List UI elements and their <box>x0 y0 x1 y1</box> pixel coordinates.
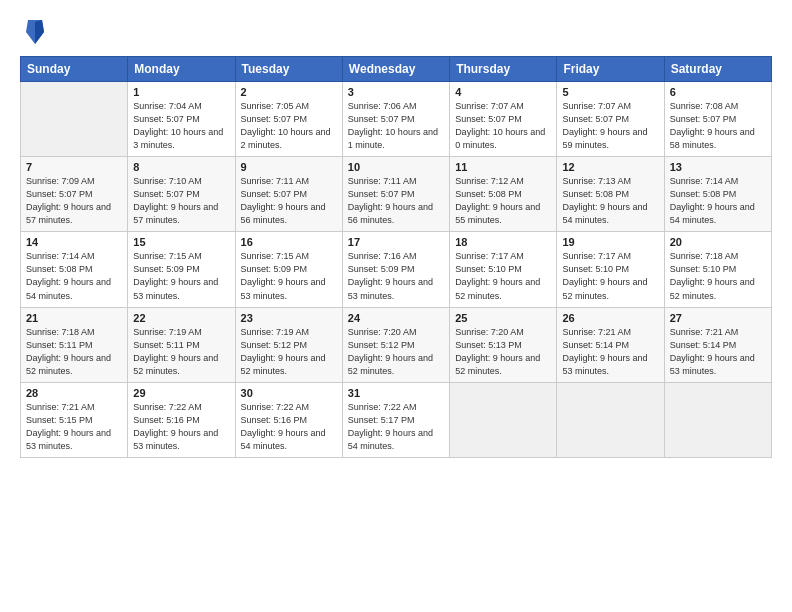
week-row-3: 14 Sunrise: 7:14 AMSunset: 5:08 PMDaylig… <box>21 232 772 307</box>
day-number: 7 <box>26 161 122 173</box>
day-number: 24 <box>348 312 444 324</box>
day-cell: 3 Sunrise: 7:06 AMSunset: 5:07 PMDayligh… <box>342 82 449 157</box>
day-cell: 2 Sunrise: 7:05 AMSunset: 5:07 PMDayligh… <box>235 82 342 157</box>
day-info: Sunrise: 7:22 AMSunset: 5:17 PMDaylight:… <box>348 401 444 453</box>
day-info: Sunrise: 7:12 AMSunset: 5:08 PMDaylight:… <box>455 175 551 227</box>
day-cell: 27 Sunrise: 7:21 AMSunset: 5:14 PMDaylig… <box>664 307 771 382</box>
day-number: 11 <box>455 161 551 173</box>
day-cell: 31 Sunrise: 7:22 AMSunset: 5:17 PMDaylig… <box>342 382 449 457</box>
day-number: 22 <box>133 312 229 324</box>
day-info: Sunrise: 7:11 AMSunset: 5:07 PMDaylight:… <box>241 175 337 227</box>
day-info: Sunrise: 7:08 AMSunset: 5:07 PMDaylight:… <box>670 100 766 152</box>
day-info: Sunrise: 7:17 AMSunset: 5:10 PMDaylight:… <box>455 250 551 302</box>
day-number: 18 <box>455 236 551 248</box>
day-cell: 13 Sunrise: 7:14 AMSunset: 5:08 PMDaylig… <box>664 157 771 232</box>
day-cell: 4 Sunrise: 7:07 AMSunset: 5:07 PMDayligh… <box>450 82 557 157</box>
day-cell: 15 Sunrise: 7:15 AMSunset: 5:09 PMDaylig… <box>128 232 235 307</box>
day-info: Sunrise: 7:22 AMSunset: 5:16 PMDaylight:… <box>133 401 229 453</box>
svg-marker-1 <box>35 20 44 44</box>
day-number: 30 <box>241 387 337 399</box>
logo <box>20 18 46 46</box>
day-number: 5 <box>562 86 658 98</box>
day-number: 10 <box>348 161 444 173</box>
day-cell: 14 Sunrise: 7:14 AMSunset: 5:08 PMDaylig… <box>21 232 128 307</box>
day-info: Sunrise: 7:19 AMSunset: 5:11 PMDaylight:… <box>133 326 229 378</box>
weekday-header-sunday: Sunday <box>21 57 128 82</box>
day-number: 3 <box>348 86 444 98</box>
day-info: Sunrise: 7:16 AMSunset: 5:09 PMDaylight:… <box>348 250 444 302</box>
day-number: 12 <box>562 161 658 173</box>
day-cell: 18 Sunrise: 7:17 AMSunset: 5:10 PMDaylig… <box>450 232 557 307</box>
weekday-header-thursday: Thursday <box>450 57 557 82</box>
day-cell: 16 Sunrise: 7:15 AMSunset: 5:09 PMDaylig… <box>235 232 342 307</box>
day-info: Sunrise: 7:04 AMSunset: 5:07 PMDaylight:… <box>133 100 229 152</box>
weekday-header-saturday: Saturday <box>664 57 771 82</box>
day-cell: 28 Sunrise: 7:21 AMSunset: 5:15 PMDaylig… <box>21 382 128 457</box>
day-cell: 8 Sunrise: 7:10 AMSunset: 5:07 PMDayligh… <box>128 157 235 232</box>
day-number: 19 <box>562 236 658 248</box>
day-info: Sunrise: 7:14 AMSunset: 5:08 PMDaylight:… <box>26 250 122 302</box>
day-number: 21 <box>26 312 122 324</box>
day-cell: 9 Sunrise: 7:11 AMSunset: 5:07 PMDayligh… <box>235 157 342 232</box>
day-info: Sunrise: 7:13 AMSunset: 5:08 PMDaylight:… <box>562 175 658 227</box>
header-area <box>20 18 772 46</box>
day-cell: 25 Sunrise: 7:20 AMSunset: 5:13 PMDaylig… <box>450 307 557 382</box>
day-number: 17 <box>348 236 444 248</box>
day-info: Sunrise: 7:11 AMSunset: 5:07 PMDaylight:… <box>348 175 444 227</box>
day-info: Sunrise: 7:21 AMSunset: 5:14 PMDaylight:… <box>562 326 658 378</box>
day-number: 31 <box>348 387 444 399</box>
week-row-5: 28 Sunrise: 7:21 AMSunset: 5:15 PMDaylig… <box>21 382 772 457</box>
day-cell: 11 Sunrise: 7:12 AMSunset: 5:08 PMDaylig… <box>450 157 557 232</box>
day-number: 16 <box>241 236 337 248</box>
day-number: 1 <box>133 86 229 98</box>
day-number: 2 <box>241 86 337 98</box>
day-cell: 6 Sunrise: 7:08 AMSunset: 5:07 PMDayligh… <box>664 82 771 157</box>
day-cell: 7 Sunrise: 7:09 AMSunset: 5:07 PMDayligh… <box>21 157 128 232</box>
day-cell <box>664 382 771 457</box>
day-info: Sunrise: 7:21 AMSunset: 5:14 PMDaylight:… <box>670 326 766 378</box>
day-cell: 24 Sunrise: 7:20 AMSunset: 5:12 PMDaylig… <box>342 307 449 382</box>
day-info: Sunrise: 7:15 AMSunset: 5:09 PMDaylight:… <box>241 250 337 302</box>
day-number: 23 <box>241 312 337 324</box>
week-row-2: 7 Sunrise: 7:09 AMSunset: 5:07 PMDayligh… <box>21 157 772 232</box>
page: SundayMondayTuesdayWednesdayThursdayFrid… <box>0 0 792 612</box>
day-cell: 20 Sunrise: 7:18 AMSunset: 5:10 PMDaylig… <box>664 232 771 307</box>
day-cell: 29 Sunrise: 7:22 AMSunset: 5:16 PMDaylig… <box>128 382 235 457</box>
day-cell <box>450 382 557 457</box>
day-cell <box>21 82 128 157</box>
day-number: 29 <box>133 387 229 399</box>
day-info: Sunrise: 7:21 AMSunset: 5:15 PMDaylight:… <box>26 401 122 453</box>
day-number: 6 <box>670 86 766 98</box>
day-info: Sunrise: 7:22 AMSunset: 5:16 PMDaylight:… <box>241 401 337 453</box>
day-info: Sunrise: 7:15 AMSunset: 5:09 PMDaylight:… <box>133 250 229 302</box>
day-cell: 10 Sunrise: 7:11 AMSunset: 5:07 PMDaylig… <box>342 157 449 232</box>
day-cell: 21 Sunrise: 7:18 AMSunset: 5:11 PMDaylig… <box>21 307 128 382</box>
weekday-header-monday: Monday <box>128 57 235 82</box>
day-info: Sunrise: 7:07 AMSunset: 5:07 PMDaylight:… <box>562 100 658 152</box>
day-number: 25 <box>455 312 551 324</box>
day-info: Sunrise: 7:18 AMSunset: 5:11 PMDaylight:… <box>26 326 122 378</box>
day-cell: 1 Sunrise: 7:04 AMSunset: 5:07 PMDayligh… <box>128 82 235 157</box>
day-info: Sunrise: 7:20 AMSunset: 5:12 PMDaylight:… <box>348 326 444 378</box>
day-cell: 30 Sunrise: 7:22 AMSunset: 5:16 PMDaylig… <box>235 382 342 457</box>
calendar: SundayMondayTuesdayWednesdayThursdayFrid… <box>20 56 772 458</box>
day-info: Sunrise: 7:19 AMSunset: 5:12 PMDaylight:… <box>241 326 337 378</box>
day-number: 14 <box>26 236 122 248</box>
day-cell: 12 Sunrise: 7:13 AMSunset: 5:08 PMDaylig… <box>557 157 664 232</box>
day-cell: 26 Sunrise: 7:21 AMSunset: 5:14 PMDaylig… <box>557 307 664 382</box>
weekday-header-row: SundayMondayTuesdayWednesdayThursdayFrid… <box>21 57 772 82</box>
day-info: Sunrise: 7:20 AMSunset: 5:13 PMDaylight:… <box>455 326 551 378</box>
week-row-1: 1 Sunrise: 7:04 AMSunset: 5:07 PMDayligh… <box>21 82 772 157</box>
day-cell: 19 Sunrise: 7:17 AMSunset: 5:10 PMDaylig… <box>557 232 664 307</box>
day-number: 8 <box>133 161 229 173</box>
day-number: 13 <box>670 161 766 173</box>
day-number: 20 <box>670 236 766 248</box>
day-info: Sunrise: 7:07 AMSunset: 5:07 PMDaylight:… <box>455 100 551 152</box>
day-number: 27 <box>670 312 766 324</box>
weekday-header-tuesday: Tuesday <box>235 57 342 82</box>
day-info: Sunrise: 7:06 AMSunset: 5:07 PMDaylight:… <box>348 100 444 152</box>
day-info: Sunrise: 7:10 AMSunset: 5:07 PMDaylight:… <box>133 175 229 227</box>
day-number: 28 <box>26 387 122 399</box>
day-number: 15 <box>133 236 229 248</box>
day-cell: 5 Sunrise: 7:07 AMSunset: 5:07 PMDayligh… <box>557 82 664 157</box>
